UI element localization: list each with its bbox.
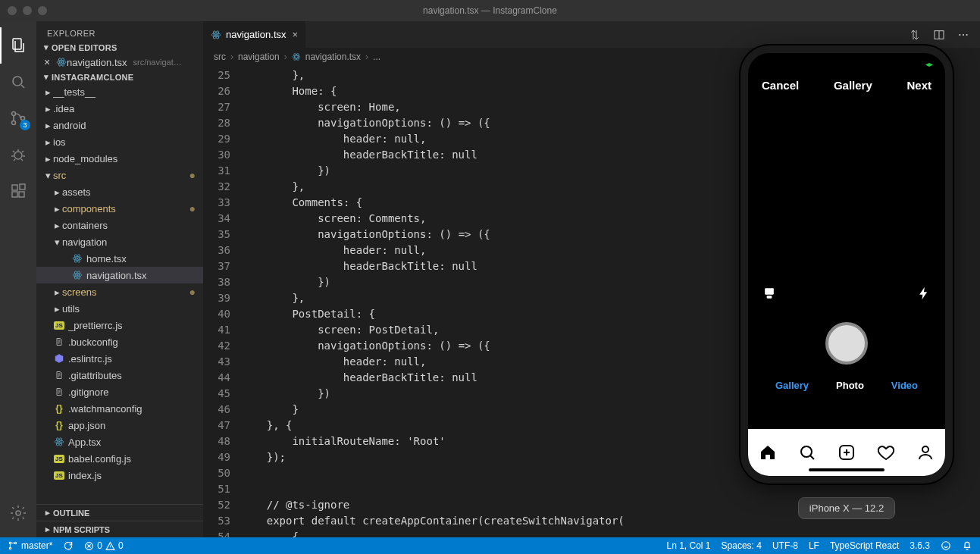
tab-actions (909, 21, 980, 48)
activity-debug[interactable] (0, 136, 36, 173)
status-feedback[interactable] (941, 540, 951, 551)
tree-file[interactable]: {}.watchmanconfig (36, 400, 203, 417)
tree-file[interactable]: .gitignore (36, 383, 203, 400)
txt-icon (53, 387, 65, 397)
tree-item-label: navigation (62, 236, 107, 248)
json-icon: {} (53, 403, 65, 414)
crumb[interactable]: src (214, 52, 226, 62)
tree-folder[interactable]: ▸components● (36, 200, 203, 217)
tree-folder[interactable]: ▸utils (36, 300, 203, 317)
sidebar-title: EXPLORER (36, 21, 203, 41)
line-gutter: 2526272829303132333435363738394041424344… (203, 66, 241, 537)
tab-home-icon[interactable] (759, 443, 777, 462)
status-sync[interactable] (63, 540, 74, 551)
tab-add-icon[interactable] (838, 443, 856, 462)
activity-settings[interactable] (0, 495, 36, 531)
status-notifications[interactable] (962, 540, 972, 551)
tree-file[interactable]: JSbabel.config.js (36, 450, 203, 467)
tree-folder[interactable]: ▾navigation (36, 233, 203, 250)
tree-folder[interactable]: ▸node_modules (36, 150, 203, 167)
tree-file[interactable]: JSindex.js (36, 467, 203, 484)
activity-extensions[interactable] (0, 173, 36, 209)
tree-file[interactable]: .buckconfig (36, 333, 203, 350)
status-branch[interactable]: master* (8, 540, 52, 551)
tree-file[interactable]: home.tsx (36, 250, 203, 267)
status-tsver[interactable]: 3.6.3 (910, 540, 930, 551)
mode-video[interactable]: Video (891, 380, 918, 391)
svg-point-34 (966, 33, 968, 35)
tree-item-label: components (62, 203, 116, 214)
tree-folder[interactable]: ▸ios (36, 133, 203, 150)
tab-activity-icon[interactable] (877, 443, 895, 462)
status-encoding[interactable]: UTF-8 (772, 540, 798, 551)
compare-icon[interactable] (909, 29, 921, 41)
activity-explorer[interactable] (0, 27, 36, 64)
open-editors-header[interactable]: ▾ OPEN EDITORS (36, 41, 203, 54)
tree-folder[interactable]: ▸android (36, 117, 203, 133)
mode-gallery[interactable]: Gallery (775, 380, 809, 391)
open-editor-item[interactable]: × navigation.tsx src/navigat… (36, 54, 203, 70)
simulator-label[interactable]: iPhone X — 12.2 (798, 497, 895, 519)
tree-item-label: _prettierrc.js (68, 320, 123, 331)
gallery-title[interactable]: Gallery (834, 79, 872, 92)
tree-folder[interactable]: ▸.idea (36, 100, 203, 117)
tree-folder[interactable]: ▸containers (36, 217, 203, 233)
battery-icon: ◂▸ (925, 60, 933, 68)
tab-search-icon[interactable] (798, 443, 816, 462)
tab-profile-icon[interactable] (916, 443, 935, 462)
crumb[interactable]: navigation (238, 52, 280, 62)
tree-folder[interactable]: ▸assets (36, 183, 203, 200)
modified-dot-icon: ● (189, 286, 196, 298)
chevron-right-icon: ▸ (42, 103, 53, 114)
tree-file[interactable]: navigation.tsx (36, 267, 203, 283)
open-editors: × navigation.tsx src/navigat… (36, 54, 203, 70)
close-icon[interactable]: × (293, 29, 299, 40)
more-icon[interactable] (957, 29, 969, 41)
chevron-right-icon: ▸ (52, 303, 62, 315)
svg-point-10 (16, 511, 20, 515)
svg-point-3 (12, 121, 16, 125)
tree-folder[interactable]: ▸__tests__ (36, 83, 203, 100)
tree-folder[interactable]: ▸screens● (36, 283, 203, 300)
svg-point-47 (942, 542, 950, 550)
split-editor-icon[interactable] (933, 29, 945, 41)
activity-scm[interactable]: 3 (0, 100, 36, 136)
svg-rect-7 (12, 192, 17, 197)
crumb[interactable]: navigation.tsx (305, 52, 361, 62)
status-lncol[interactable]: Ln 1, Col 1 (666, 540, 710, 551)
close-icon[interactable]: × (42, 56, 52, 68)
react-icon (71, 270, 83, 280)
next-button[interactable]: Next (906, 79, 931, 92)
tree-file[interactable]: {}app.json (36, 417, 203, 433)
tab-navigation[interactable]: navigation.tsx × (203, 21, 306, 48)
switch-camera-icon[interactable] (762, 286, 777, 301)
tree-file[interactable]: JS_prettierrc.js (36, 317, 203, 333)
workspace-header[interactable]: ▾ INSTAGRAMCLONE (36, 70, 203, 83)
cancel-button[interactable]: Cancel (762, 79, 799, 92)
crumb[interactable]: ... (373, 52, 380, 62)
open-editors-label: OPEN EDITORS (52, 43, 117, 52)
tree-file[interactable]: App.tsx (36, 433, 203, 450)
tree-file[interactable]: .gitattributes (36, 367, 203, 383)
tree-folder[interactable]: ▾src● (36, 167, 203, 183)
js-icon: JS (53, 471, 65, 480)
file-tree: ▸__tests__▸.idea▸android▸ios▸node_module… (36, 83, 203, 504)
status-eol[interactable]: LF (809, 540, 819, 551)
iphone-frame[interactable]: ◂▸ Cancel Gallery Next Gallery Photo Vid… (740, 45, 953, 484)
status-lang[interactable]: TypeScript React (830, 540, 899, 551)
open-editor-path: src/navigat… (133, 58, 182, 67)
status-problems[interactable]: 0 0 (84, 540, 123, 551)
open-editor-name: navigation.tsx (67, 57, 127, 68)
shutter-button[interactable] (825, 322, 868, 365)
flash-icon[interactable] (916, 286, 931, 301)
npm-scripts-section[interactable]: ▸ NPM SCRIPTS (36, 521, 203, 537)
mode-photo[interactable]: Photo (836, 380, 864, 391)
tree-item-label: .idea (53, 103, 74, 114)
tree-file[interactable]: .eslintrc.js (36, 350, 203, 367)
tree-item-label: screens (62, 286, 97, 298)
outline-section[interactable]: ▸ OUTLINE (36, 504, 203, 521)
tree-item-label: .gitignore (68, 387, 108, 398)
svg-point-44 (9, 547, 11, 549)
activity-search[interactable] (0, 64, 36, 100)
status-spaces[interactable]: Spaces: 4 (722, 540, 762, 551)
